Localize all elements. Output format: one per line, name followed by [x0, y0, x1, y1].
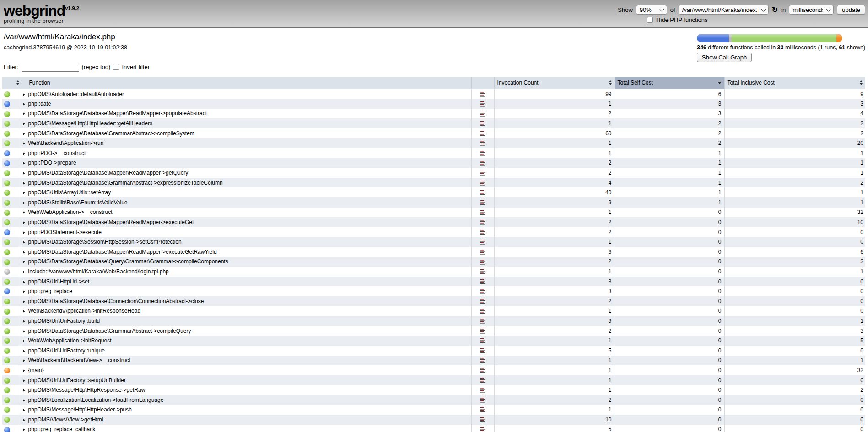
view-source-icon[interactable]	[480, 357, 485, 363]
function-name[interactable]: phpOMS\DataStorage\Session\HttpSession->…	[28, 239, 182, 245]
sort-icon[interactable]	[860, 80, 863, 85]
view-source-icon[interactable]	[480, 417, 485, 423]
view-source-icon[interactable]	[480, 397, 485, 403]
function-name[interactable]: Web\WebApplication->initRequest	[28, 337, 112, 344]
expand-row-icon[interactable]	[23, 152, 25, 155]
expand-row-icon[interactable]	[23, 281, 25, 283]
view-source-icon[interactable]	[480, 288, 485, 294]
function-name[interactable]: phpOMS\Uri\HttpUri->set	[28, 278, 90, 285]
table-row[interactable]: phpOMS\Localization\Localization->loadFr…	[2, 395, 865, 405]
table-row[interactable]: php::PDOStatement->execute 2 0 0	[2, 227, 865, 237]
expand-row-icon[interactable]	[23, 123, 25, 125]
function-name[interactable]: phpOMS\Uri\UriFactory::setupUriBuilder	[28, 377, 126, 384]
column-header-total-inclusive-cost[interactable]: Total Inclusive Cost	[724, 77, 865, 89]
view-source-icon[interactable]	[480, 299, 485, 304]
expand-row-icon[interactable]	[23, 192, 25, 194]
expand-row-icon[interactable]	[23, 133, 25, 135]
unit-select[interactable]: milliseconds	[789, 5, 834, 15]
table-row[interactable]: phpOMS\DataStorage\Session\HttpSession->…	[2, 237, 865, 247]
expand-row-icon[interactable]	[23, 162, 25, 165]
view-source-icon[interactable]	[480, 318, 485, 324]
table-row[interactable]: phpOMS\Stdlib\Base\Enum::isValidValue 9 …	[2, 197, 865, 208]
function-name[interactable]: include::/var/www/html/Karaka/Web/Backen…	[28, 268, 169, 275]
expand-row-icon[interactable]	[23, 399, 25, 402]
show-call-graph-button[interactable]: Show Call Graph	[697, 53, 752, 62]
function-name[interactable]: phpOMS\DataStorage\Database\Mapper\ReadM…	[28, 170, 189, 176]
table-row[interactable]: phpOMS\DataStorage\Database\GrammarAbstr…	[2, 178, 865, 188]
column-header-invocation-count[interactable]: Invocation Count	[494, 77, 615, 89]
expand-row-icon[interactable]	[23, 359, 25, 362]
view-source-icon[interactable]	[480, 279, 485, 285]
table-row[interactable]: phpOMS\Uri\UriFactory::build 9 0 1	[2, 316, 865, 326]
expand-row-icon[interactable]	[23, 221, 25, 224]
table-row[interactable]: phpOMS\Message\Http\HttpHeader->push 1 0…	[2, 405, 865, 415]
table-row[interactable]: php::date 1 3 3	[2, 99, 865, 109]
view-source-icon[interactable]	[480, 387, 485, 393]
function-name[interactable]: phpOMS\DataStorage\Database\Mapper\ReadM…	[28, 110, 207, 117]
view-source-icon[interactable]	[480, 150, 485, 156]
expand-row-icon[interactable]	[23, 428, 25, 431]
table-row[interactable]: Web\Backend\Application->run 1 2 20	[2, 138, 865, 148]
function-name[interactable]: phpOMS\Autoloader::defaultAutoloader	[28, 91, 124, 97]
function-name[interactable]: phpOMS\Message\Http\HttpResponse->getRaw	[28, 387, 146, 393]
view-source-icon[interactable]	[480, 180, 485, 186]
sort-icon[interactable]	[609, 80, 612, 85]
expand-row-icon[interactable]	[23, 271, 25, 273]
table-row[interactable]: phpOMS\Uri\UriFactory::setupUriBuilder 1…	[2, 375, 865, 385]
function-name[interactable]: phpOMS\Localization\Localization->loadFr…	[28, 397, 164, 403]
expand-row-icon[interactable]	[23, 300, 25, 303]
table-row[interactable]: phpOMS\DataStorage\Database\Mapper\ReadM…	[2, 247, 865, 257]
view-source-icon[interactable]	[480, 190, 485, 196]
column-header-function[interactable]: Function	[21, 77, 471, 89]
table-row[interactable]: Web\WebApplication->__construct 1 0 32	[2, 208, 865, 218]
table-row[interactable]: phpOMS\DataStorage\Database\Mapper\ReadM…	[2, 109, 865, 119]
table-row[interactable]: phpOMS\Uri\UriFactory::unique 5 0 0	[2, 346, 865, 356]
function-name[interactable]: phpOMS\Message\Http\HttpHeader->push	[28, 406, 132, 413]
filter-input[interactable]	[22, 63, 79, 72]
view-source-icon[interactable]	[480, 160, 485, 166]
table-row[interactable]: phpOMS\Uri\HttpUri->set 3 0 0	[2, 277, 865, 287]
expand-row-icon[interactable]	[23, 369, 25, 372]
function-name[interactable]: Web\Backend\BackendView->__construct	[28, 357, 130, 363]
expand-row-icon[interactable]	[23, 241, 25, 244]
table-row[interactable]: php::PDO->__construct 1 1 1	[2, 148, 865, 158]
expand-row-icon[interactable]	[23, 320, 25, 323]
expand-row-icon[interactable]	[23, 142, 25, 145]
function-name[interactable]: phpOMS\Views\View->getHtml	[28, 416, 103, 423]
expand-row-icon[interactable]	[23, 310, 25, 313]
view-source-icon[interactable]	[480, 131, 485, 137]
table-row[interactable]: phpOMS\DataStorage\Database\GrammarAbstr…	[2, 128, 865, 139]
function-name[interactable]: phpOMS\Uri\UriFactory::unique	[28, 347, 105, 354]
function-name[interactable]: Web\Backend\Application->run	[28, 140, 104, 146]
expand-row-icon[interactable]	[23, 379, 25, 382]
view-source-icon[interactable]	[480, 348, 485, 354]
table-row[interactable]: php::preg_replace_callback 5 0 0	[2, 425, 865, 432]
view-source-icon[interactable]	[480, 229, 485, 235]
expand-row-icon[interactable]	[23, 389, 25, 392]
expand-row-icon[interactable]	[23, 93, 25, 96]
view-source-icon[interactable]	[480, 338, 485, 344]
function-name[interactable]: phpOMS\Utils\ArrayUtils::setArray	[28, 189, 111, 196]
function-name[interactable]: phpOMS\Message\Http\HttpHeader::getAllHe…	[28, 120, 152, 127]
table-row[interactable]: phpOMS\DataStorage\Database\GrammarAbstr…	[2, 326, 865, 336]
table-row[interactable]: {main} 1 0 32	[2, 365, 865, 375]
expand-row-icon[interactable]	[23, 202, 25, 204]
expand-row-icon[interactable]	[23, 340, 25, 342]
view-source-icon[interactable]	[480, 368, 485, 373]
table-row[interactable]: phpOMS\DataStorage\Database\Connection\C…	[2, 296, 865, 306]
table-row[interactable]: include::/var/www/html/Karaka/Web/Backen…	[2, 267, 865, 277]
expand-row-icon[interactable]	[23, 172, 25, 175]
function-name[interactable]: phpOMS\DataStorage\Database\Query\Gramma…	[28, 258, 228, 265]
function-name[interactable]: php::preg_replace_callback	[28, 426, 96, 432]
view-source-icon[interactable]	[480, 101, 485, 107]
expand-row-icon[interactable]	[23, 419, 25, 421]
expand-row-icon[interactable]	[23, 211, 25, 214]
function-name[interactable]: phpOMS\DataStorage\Database\Mapper\ReadM…	[28, 219, 194, 225]
table-row[interactable]: phpOMS\DataStorage\Database\Query\Gramma…	[2, 257, 865, 267]
expand-row-icon[interactable]	[23, 182, 25, 185]
table-row[interactable]: phpOMS\Utils\ArrayUtils::setArray 40 1 1	[2, 187, 865, 197]
table-row[interactable]: phpOMS\Message\Http\HttpHeader::getAllHe…	[2, 118, 865, 128]
view-source-icon[interactable]	[480, 269, 485, 275]
view-source-icon[interactable]	[480, 328, 485, 334]
table-row[interactable]: Web\Backend\Application->initResponseHea…	[2, 306, 865, 316]
